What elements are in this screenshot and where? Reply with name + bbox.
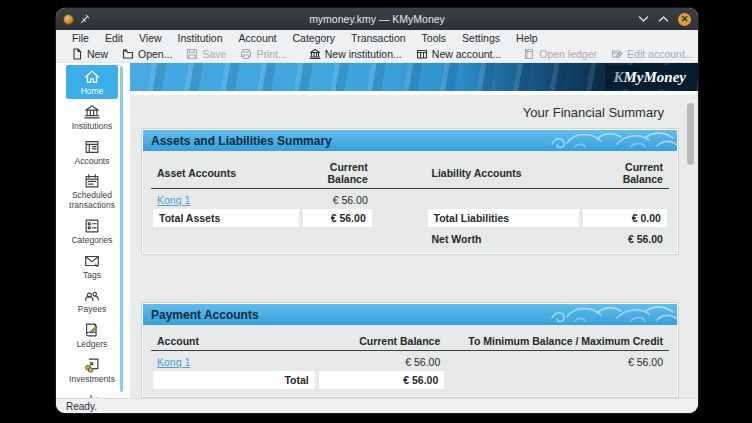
open-ledger-button: Open ledger [516,48,604,60]
total-liabilities-value: € 0.00 [583,209,667,227]
new-document-icon [71,48,83,60]
menu-transaction[interactable]: Transaction [343,32,413,44]
bank-icon [309,48,321,60]
total-liabilities-label: Total Liabilities [428,209,579,227]
menu-edit[interactable]: Edit [97,32,131,44]
print-button: Print... [233,48,293,60]
kmymoney-logo: KMyMoney [605,65,694,89]
sidebar-item-accounts[interactable]: Accounts [66,135,118,169]
edit-account-button: Edit account... [604,48,698,60]
net-worth-label: Net Worth [426,230,581,247]
payments-table-header: Account Current Balance To Minimum Balan… [151,333,669,351]
status-bar: Ready. [56,398,698,413]
payments-total-value: € 56.00 [319,371,445,389]
new-institution-button[interactable]: New institution... [302,48,409,60]
col-min-max: To Minimum Balance / Maximum Credit [446,333,669,347]
save-button: Save [179,48,233,60]
title-bar[interactable]: mymoney.kmy — KMyMoney ✕ [56,8,698,30]
accounts-icon [83,138,101,156]
sidebar-item-institutions[interactable]: Institutions [66,100,118,134]
minimize-button[interactable] [638,15,649,23]
calendar-icon [83,172,101,190]
main-toolbar: New Open... Save Print... New institutio… [56,45,698,63]
payment-minmax-value: € 56.00 [446,353,669,370]
sidebar-scrollbar[interactable] [120,66,123,392]
ledgers-icon [83,321,101,339]
maximize-button[interactable] [658,15,669,23]
sidebar-item-ledgers[interactable]: Ledgers [66,318,118,352]
col-account: Account [151,333,317,347]
account-card-icon [416,48,428,60]
open-folder-icon [122,48,134,60]
menu-view[interactable]: View [131,32,170,44]
col-liability-accounts: Liability Accounts [426,165,581,179]
col-current-balance: Current Balance [581,159,669,185]
print-icon [240,48,252,60]
investments-icon [83,356,101,374]
menu-tools[interactable]: Tools [414,32,455,44]
sidebar-item-tags[interactable]: Tags [66,249,118,283]
kmymoney-banner: KMyMoney [130,63,698,91]
col-asset-accounts: Asset Accounts [151,165,301,179]
page-title: Your Financial Summary [142,105,664,120]
view-sidebar: Home Institutions Accounts Scheduled tra… [56,63,130,398]
ledger-icon [523,48,535,60]
sidebar-item-reports[interactable]: Reports [66,388,118,398]
pin-icon[interactable] [80,14,90,24]
open-file-button[interactable]: Open... [115,48,179,60]
net-worth-value: € 56.00 [581,230,669,247]
new-file-button[interactable]: New [64,48,115,60]
flourish-decoration [547,304,677,325]
main-scrollbar-thumb[interactable] [687,103,694,165]
assets-table-header: Asset Accounts Current Balance Liability… [151,159,669,189]
bank-icon [83,103,101,121]
sidebar-item-home[interactable]: Home [66,65,118,99]
account-link-konq1[interactable]: Konq 1 [157,194,190,206]
sidebar-item-scheduled[interactable]: Scheduled transactions [66,169,118,213]
account-link-konq1[interactable]: Konq 1 [157,356,190,368]
menu-bar: File Edit View Institution Account Categ… [56,30,698,45]
tags-envelope-icon [83,252,101,270]
kmymoney-app-icon [63,14,74,25]
col-current-balance: Current Balance [317,333,447,347]
categories-icon [83,217,101,235]
totals-row: Total Assets € 56.00 Total Liabilities €… [151,208,669,228]
reports-icon [83,391,101,398]
payments-section-header: Payment Accounts [143,304,677,325]
payment-accounts-section: Payment Accounts Account Current Balance [142,303,678,397]
home-view: KMyMoney Your Financial Summary Assets a… [130,63,698,398]
new-account-button[interactable]: New account... [409,48,508,60]
asset-balance-value: € 56.00 [301,191,374,208]
payments-total-label: Total [153,371,315,389]
save-icon [186,48,198,60]
sidebar-item-investments[interactable]: Investments [66,353,118,387]
menu-category[interactable]: Category [285,32,344,44]
payment-balance-value: € 56.00 [317,353,447,370]
edit-account-icon [611,48,623,60]
payments-total-row: Total € 56.00 [151,370,669,390]
assets-liabilities-section: Assets and Liabilities Summary Asset Acc… [142,129,678,254]
total-assets-label: Total Assets [153,209,299,227]
menu-file[interactable]: File [64,32,97,44]
financial-summary-page: Your Financial Summary Assets and Liabil… [130,95,698,398]
menu-settings[interactable]: Settings [454,32,508,44]
close-button[interactable]: ✕ [678,13,691,26]
asset-account-row: Konq 1 € 56.00 [151,191,669,208]
net-worth-row: Net Worth € 56.00 [151,230,669,247]
payment-account-row: Konq 1 € 56.00 € 56.00 [151,353,669,370]
payees-icon [83,286,101,304]
sidebar-item-categories[interactable]: Categories [66,214,118,248]
menu-account[interactable]: Account [231,32,285,44]
sidebar-item-payees[interactable]: Payees [66,283,118,317]
window-title: mymoney.kmy — KMyMoney [183,13,571,25]
total-assets-value: € 56.00 [303,209,372,227]
home-icon [83,68,101,86]
assets-section-header: Assets and Liabilities Summary [143,130,677,151]
col-current-balance: Current Balance [301,159,374,185]
menu-help[interactable]: Help [508,32,546,44]
menu-institution[interactable]: Institution [170,32,231,44]
kmymoney-window: mymoney.kmy — KMyMoney ✕ File Edit View … [56,8,698,413]
status-text: Ready. [66,401,97,412]
flourish-decoration [547,130,677,151]
